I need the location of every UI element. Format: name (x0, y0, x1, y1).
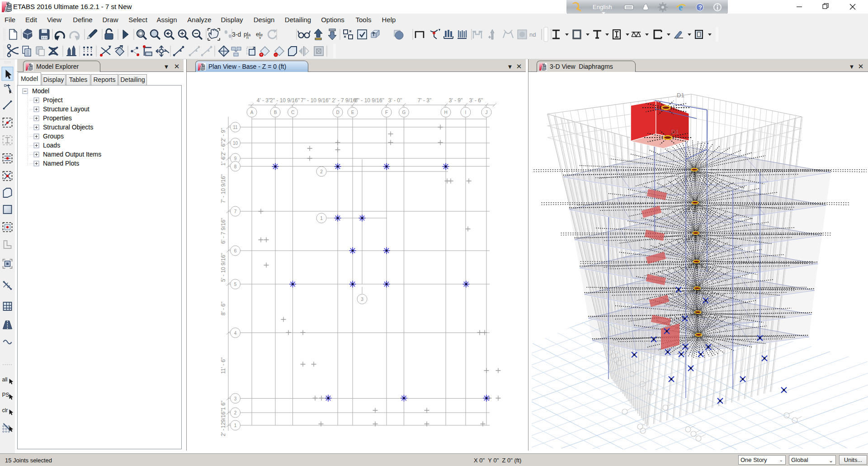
svg-text:all: all (2, 376, 8, 383)
svg-text:3: 3 (361, 297, 363, 302)
svg-text:I: I (465, 110, 467, 115)
svg-text:Project: Project (43, 96, 63, 104)
svg-text:F: F (385, 110, 388, 115)
svg-text:B: B (274, 110, 277, 115)
svg-text:E: E (351, 110, 354, 115)
svg-text:4: 4 (234, 331, 237, 336)
svg-text:2" - 10 9/16": 2" - 10 9/16" (270, 97, 300, 104)
svg-text:8' - 6": 8' - 6" (220, 302, 226, 316)
svg-text:5: 5 (234, 282, 237, 287)
svg-text:Structural Objects: Structural Objects (43, 124, 93, 131)
svg-text:7' - 3": 7' - 3" (418, 97, 432, 104)
svg-text:3' - 0": 3' - 0" (388, 97, 402, 104)
svg-text:D1: D1 (677, 92, 684, 99)
svg-text:3' - 9": 3' - 9" (449, 97, 463, 104)
svg-text:PS: PS (2, 392, 9, 398)
svg-text:9: 9 (234, 156, 237, 161)
svg-text:clr: clr (2, 407, 8, 414)
svg-text:3' - 6": 3' - 6" (469, 97, 483, 104)
svg-text:1' -: 1' - (220, 158, 226, 166)
svg-text:10: 10 (233, 141, 238, 146)
svg-text:Structure Layout: Structure Layout (43, 105, 90, 113)
svg-text:6" - 10 9/16": 6" - 10 9/16" (354, 97, 384, 104)
svg-text:J: J (486, 110, 488, 115)
svg-text:n: n (246, 35, 249, 40)
svg-text:2' - 9": 2' - 9" (220, 128, 226, 142)
svg-text:2: 2 (320, 169, 323, 174)
svg-text:4' - 3": 4' - 3" (257, 97, 271, 104)
svg-text:3: 3 (234, 396, 237, 401)
svg-text:5' - 10 9/16": 5' - 10 9/16" (220, 253, 226, 282)
svg-text:e: e (679, 2, 683, 12)
svg-text:+: + (260, 52, 262, 57)
svg-text:11' - 6": 11' - 6" (220, 357, 226, 374)
svg-text:8: 8 (234, 164, 237, 169)
svg-text:C: C (291, 110, 294, 115)
svg-text:2' - 7 9/16": 2' - 7 9/16" (332, 97, 358, 104)
svg-text:1: 1 (320, 216, 323, 221)
svg-text:1: 1 (234, 423, 237, 428)
svg-text:7' - 10 9/16": 7' - 10 9/16" (220, 174, 226, 203)
svg-text:7" - 10 9/16": 7" - 10 9/16" (301, 97, 330, 104)
svg-text:Named Plots: Named Plots (43, 160, 79, 167)
svg-text:v: v (259, 35, 261, 40)
svg-text:11: 11 (233, 125, 238, 130)
svg-text:129/16": 129/16" (220, 410, 226, 428)
svg-text:3-d: 3-d (232, 31, 241, 38)
svg-text:Loads: Loads (43, 142, 60, 149)
svg-text:Properties: Properties (43, 114, 72, 122)
svg-text:nd: nd (529, 31, 536, 38)
svg-text:6'2' - 6": 6'2' - 6" (220, 142, 226, 160)
svg-text:D1: D1 (671, 128, 679, 135)
svg-text:2: 2 (234, 410, 237, 415)
svg-text:−: − (274, 52, 277, 57)
svg-text:6: 6 (234, 248, 237, 253)
svg-text:1 6": 1 6" (220, 401, 226, 410)
svg-text:Model: Model (32, 87, 49, 95)
svg-text:Named Output Items: Named Output Items (43, 151, 101, 158)
svg-text:2' -: 2' - (220, 429, 226, 436)
svg-text:A: A (250, 110, 254, 115)
svg-text:6' - 7 9/16": 6' - 7 9/16" (220, 218, 226, 243)
svg-text:Groups: Groups (43, 133, 64, 140)
svg-text:D1: D1 (700, 161, 708, 168)
svg-text:7: 7 (234, 209, 237, 214)
svg-text:G: G (402, 110, 406, 115)
svg-text:English: English (593, 4, 612, 10)
svg-text:?: ? (698, 4, 702, 11)
svg-text:H: H (444, 110, 447, 115)
svg-text:D: D (336, 110, 339, 115)
